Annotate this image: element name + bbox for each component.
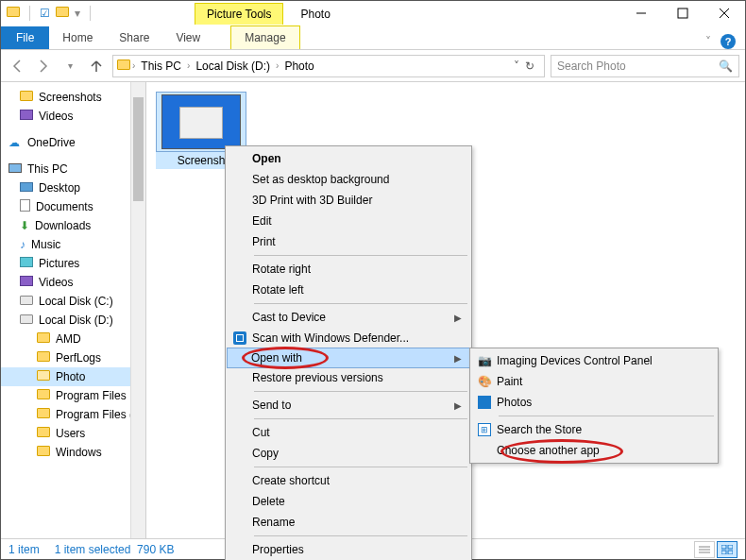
menu-item[interactable]: Edit	[228, 211, 469, 231]
menu-item[interactable]: Send to▶	[228, 395, 469, 416]
tree-item[interactable]: AMD	[1, 330, 145, 348]
title-bar: ☑ ▾ Picture Tools Photo	[1, 1, 745, 25]
menu-separator	[254, 467, 467, 467]
menu-item[interactable]: Set as desktop background	[228, 169, 469, 190]
tree-item[interactable]: Screenshots	[1, 88, 145, 107]
view-details-button[interactable]	[694, 541, 715, 558]
menu-item[interactable]: Properties	[228, 539, 469, 560]
file-thumbnail[interactable]	[156, 92, 246, 152]
breadcrumb-item[interactable]: This PC	[137, 59, 185, 73]
menu-item[interactable]: Rotate left	[228, 280, 469, 300]
view-thumbnails-button[interactable]	[717, 541, 738, 558]
menu-item[interactable]: Open	[228, 148, 469, 169]
open-with-submenu[interactable]: 📷Imaging Devices Control Panel🎨PaintPhot…	[469, 348, 719, 464]
menu-separator	[254, 535, 467, 536]
tree-item-label: This PC	[27, 162, 68, 176]
store-icon: ⊞	[472, 423, 497, 436]
tree-scrollbar[interactable]	[130, 82, 145, 538]
menu-item[interactable]: Delete	[228, 491, 469, 512]
context-menu[interactable]: OpenSet as desktop background3D Print wi…	[225, 145, 472, 560]
breadcrumb-item[interactable]: Photo	[280, 59, 317, 73]
menu-item[interactable]: Copy	[228, 443, 469, 464]
imaging-icon: 📷	[472, 354, 497, 367]
menu-item-label: Paint	[497, 375, 522, 388]
menu-item[interactable]: Create shortcut	[228, 470, 469, 491]
qat-properties-icon[interactable]: ☑	[40, 7, 50, 20]
tree-item[interactable]: ♪Music	[1, 235, 145, 254]
tree-item[interactable]: Videos	[1, 273, 145, 292]
recent-dropdown-icon[interactable]: ▾	[59, 56, 80, 76]
tree-item[interactable]: ☁OneDrive	[1, 133, 145, 152]
menu-item[interactable]: Restore previous versions	[228, 367, 469, 388]
contextual-tab-header: Picture Tools	[195, 3, 283, 25]
menu-item[interactable]: Print	[228, 231, 469, 252]
tree-item[interactable]: Users	[1, 424, 145, 443]
search-placeholder: Search Photo	[557, 59, 626, 73]
chevron-right-icon[interactable]: ›	[132, 60, 135, 71]
status-item-count: 1 item	[8, 543, 40, 556]
tree-item[interactable]: Program Files	[1, 386, 145, 405]
tree-item[interactable]: Videos	[1, 107, 145, 126]
menu-item-label: Delete	[252, 495, 285, 508]
tab-home[interactable]: Home	[49, 26, 106, 49]
menu-item[interactable]: ⊞Search the Store	[472, 419, 716, 440]
maximize-button[interactable]	[662, 1, 704, 25]
breadcrumb-item[interactable]: Local Disk (D:)	[192, 59, 274, 73]
up-button[interactable]	[86, 56, 107, 76]
tab-view[interactable]: View	[162, 26, 213, 49]
close-button[interactable]	[704, 1, 745, 25]
menu-item-label: Cut	[252, 426, 270, 439]
menu-item[interactable]: Photos	[472, 392, 716, 413]
svg-rect-8	[728, 545, 733, 549]
folder-icon	[20, 91, 33, 104]
breadcrumb-root-icon[interactable]	[117, 59, 130, 73]
menu-item[interactable]: 🎨Paint	[472, 371, 716, 392]
tab-file[interactable]: File	[1, 26, 49, 49]
menu-item-label: Choose another app	[497, 444, 600, 457]
tree-item[interactable]: PerfLogs	[1, 348, 145, 367]
menu-item[interactable]: Cast to Device▶	[228, 307, 469, 328]
tree-item[interactable]: Documents	[1, 197, 145, 216]
menu-item[interactable]: 3D Print with 3D Builder	[228, 190, 469, 211]
tree-item[interactable]: Program Files (	[1, 405, 145, 424]
qat-newfolder-icon[interactable]	[56, 7, 69, 20]
menu-separator	[499, 416, 714, 416]
chevron-right-icon[interactable]: ›	[187, 60, 190, 71]
tree-item[interactable]: ⬇Downloads	[1, 216, 145, 235]
menu-item[interactable]: Rotate right	[228, 259, 469, 280]
tree-item[interactable]: Pictures	[1, 254, 145, 273]
minimize-button[interactable]	[620, 1, 662, 25]
downloads-icon: ⬇	[20, 219, 29, 232]
tree-item[interactable]: Windows	[1, 443, 145, 462]
search-input[interactable]: Search Photo 🔍	[551, 55, 739, 77]
menu-separator	[254, 418, 467, 419]
refresh-icon[interactable]: ↻	[525, 59, 534, 73]
menu-separator	[254, 391, 467, 392]
ribbon-expand-icon[interactable]: ˅	[705, 35, 711, 48]
menu-item[interactable]: Scan with Windows Defender...	[228, 328, 469, 348]
status-selected-count: 1 item selected	[55, 543, 131, 556]
breadcrumb[interactable]: › This PC › Local Disk (D:) › Photo ˅ ↻	[112, 55, 545, 77]
menu-item[interactable]: Open with▶	[227, 348, 470, 368]
forward-button[interactable]	[33, 56, 54, 76]
tab-share[interactable]: Share	[106, 26, 162, 49]
tree-item[interactable]: Local Disk (D:)	[1, 311, 145, 330]
tab-manage[interactable]: Manage	[230, 25, 299, 49]
menu-item[interactable]: Cut	[228, 422, 469, 443]
menu-item[interactable]: Choose another app	[472, 440, 716, 461]
menu-item[interactable]: Rename	[228, 512, 469, 533]
tree-item[interactable]: Local Disk (C:)	[1, 292, 145, 311]
help-icon[interactable]: ?	[721, 34, 736, 49]
video-icon	[20, 276, 33, 289]
qat-folder-icon[interactable]	[7, 7, 20, 20]
tree-item[interactable]: This PC	[1, 160, 145, 178]
tree-item-label: PerfLogs	[56, 351, 101, 365]
breadcrumb-dropdown-icon[interactable]: ˅	[514, 59, 519, 73]
chevron-right-icon[interactable]: ›	[276, 60, 279, 71]
qat-customize-icon[interactable]: ▾	[75, 7, 80, 20]
menu-item[interactable]: 📷Imaging Devices Control Panel	[472, 350, 716, 371]
nav-tree[interactable]: ScreenshotsVideos☁OneDriveThis PCDesktop…	[1, 82, 146, 538]
back-button[interactable]	[7, 56, 27, 76]
tree-item[interactable]: Desktop	[1, 178, 145, 197]
tree-item[interactable]: Photo	[1, 367, 145, 386]
